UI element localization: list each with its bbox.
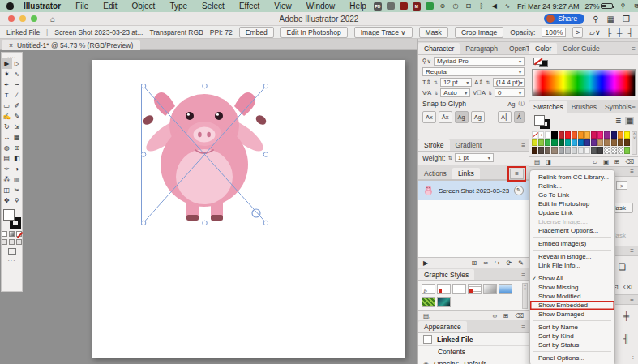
menu-type[interactable]: Type	[162, 2, 195, 11]
edit-toolbar-button[interactable]: ···	[2, 258, 22, 263]
swatch[interactable]	[624, 139, 630, 147]
green-app-icon[interactable]	[426, 2, 434, 10]
relink-cc-library-icon[interactable]: ⊞	[471, 259, 477, 267]
draw-behind-button[interactable]	[9, 239, 15, 245]
swatch[interactable]	[538, 147, 544, 154]
swatch[interactable]	[559, 139, 564, 147]
screen-mode-button[interactable]	[8, 248, 16, 255]
swatch[interactable]	[604, 139, 610, 147]
swatch[interactable]	[545, 139, 550, 147]
swatch[interactable]	[532, 131, 537, 139]
paintbrush-tool[interactable]: ✐	[12, 101, 23, 111]
page-icon[interactable]: ❏	[619, 263, 626, 272]
crop-image-button[interactable]: Crop Image	[455, 27, 503, 38]
new-color-group-icon[interactable]: ▣	[603, 158, 609, 165]
scrollbar[interactable]: ˄˅	[522, 283, 528, 309]
swatch[interactable]	[578, 139, 584, 147]
mesh-tool[interactable]: ▤	[2, 153, 12, 164]
wifi-icon[interactable]: ∿	[503, 2, 512, 11]
panel-menu-icon[interactable]: ≡	[521, 142, 525, 149]
style-lines-red[interactable]	[468, 284, 482, 294]
menu-item-sort-by-status[interactable]: Sort by Status	[530, 340, 614, 349]
menu-item-link-file-info[interactable]: Link File Info...	[530, 261, 614, 270]
swatch[interactable]	[618, 147, 623, 154]
tab-paragraph[interactable]: Paragraph	[460, 43, 503, 54]
column-graph-tool[interactable]: ▥	[12, 174, 23, 185]
menu-item-update-link[interactable]: Update Link	[530, 208, 614, 217]
zoom-window-button[interactable]	[31, 15, 37, 22]
break-link-style-icon[interactable]: ∞	[493, 312, 497, 319]
menu-item-go-to-link[interactable]: Go To Link	[530, 191, 614, 199]
shaper-tool[interactable]: ✍	[2, 111, 12, 122]
slice-tool[interactable]: ✂	[12, 185, 23, 195]
rectangle-tool[interactable]: ▭	[2, 101, 12, 111]
menu-illustrator[interactable]: Illustrator	[24, 2, 68, 11]
draw-inside-button[interactable]	[16, 239, 22, 245]
opacity-link[interactable]: Opacity:	[434, 360, 459, 364]
menu-effect[interactable]: Effect	[232, 2, 267, 11]
align-right-icon[interactable]: ╡	[628, 28, 633, 36]
fill-stroke-control[interactable]	[3, 209, 21, 229]
edit-original-icon[interactable]: ✎	[518, 259, 524, 267]
tab-color[interactable]: Color	[529, 43, 557, 54]
menu-item-license-image[interactable]: License Image....	[530, 217, 614, 226]
appearance-row-contents[interactable]: Contents	[418, 346, 529, 358]
weight-stepper[interactable]: ⇅	[448, 156, 452, 160]
snap-option-button[interactable]: Ag	[471, 111, 485, 123]
toolbar-grip[interactable]: ....	[2, 53, 22, 58]
menu-item-edit-in-photoshop[interactable]: Edit In Photoshop	[530, 199, 614, 208]
leading-select[interactable]: (14.4 pt)▾	[493, 78, 525, 87]
align-center-icon[interactable]: ╪	[617, 28, 622, 36]
gradient-tool[interactable]: ◧	[12, 153, 23, 164]
menu-object[interactable]: Object	[124, 2, 162, 11]
align-left-icon[interactable]: ╞	[606, 28, 611, 36]
selection-tool[interactable]: ▶	[2, 58, 12, 69]
appearance-row-opacity[interactable]: ◉ Opacity: Default	[418, 358, 529, 364]
delete-style-icon[interactable]: ⌫	[515, 312, 524, 319]
tracking-select[interactable]: 0▾	[495, 88, 525, 97]
close-tab-icon[interactable]: ×	[9, 41, 13, 49]
menu-item-reveal-in-bridge[interactable]: Reveal in Bridge...	[530, 252, 614, 261]
tab-symbols[interactable]: Symbols	[601, 101, 636, 113]
panel-menu-icon[interactable]: ≡	[630, 296, 634, 303]
eyedropper-tool[interactable]: ✑	[2, 164, 12, 174]
swatch[interactable]	[591, 139, 597, 147]
swatch[interactable]	[624, 131, 630, 139]
blend-tool[interactable]: ◑	[12, 164, 23, 174]
red-app-icon[interactable]	[400, 2, 408, 10]
menu-window[interactable]: Window	[299, 2, 343, 11]
panel-menu-icon[interactable]: ≡	[521, 323, 525, 331]
leading-stepper[interactable]: ⇅	[486, 81, 490, 84]
volume-icon[interactable]: ◀	[490, 2, 499, 11]
workspace-switcher-icon[interactable]: ▦	[607, 15, 614, 24]
menu-select[interactable]: Select	[195, 2, 232, 11]
menu-item-placement-options[interactable]: Placement Options...	[530, 226, 614, 235]
delete-swatch-icon[interactable]: ⌫	[625, 158, 634, 165]
swatch[interactable]	[618, 131, 623, 139]
style-green-texture[interactable]	[422, 297, 435, 307]
hand-tool[interactable]: ✥	[2, 195, 12, 206]
fill-chip[interactable]	[533, 58, 542, 65]
fill-color-swatch[interactable]	[3, 209, 15, 221]
symbol-sprayer-tool[interactable]: ⁂	[2, 174, 12, 185]
menu-item-show-embedded[interactable]: Show Embedded	[530, 301, 614, 310]
scale-tool[interactable]: ⇲	[12, 122, 23, 132]
menubar-clock[interactable]: Fri Mar 24 9:27 AM	[517, 2, 580, 11]
pencil-tool[interactable]: ✎	[12, 111, 23, 122]
menu-item-panel-options[interactable]: Panel Options...	[530, 353, 614, 362]
menu-view[interactable]: View	[267, 2, 299, 11]
menu-help[interactable]: Help	[342, 2, 374, 11]
fill-color-chip[interactable]	[534, 115, 545, 126]
weight-select[interactable]: 1 pt▾	[455, 153, 494, 162]
swatch-kinds-icon[interactable]: ▱	[593, 158, 597, 165]
tab-character[interactable]: Character	[418, 43, 460, 54]
swatch[interactable]	[532, 147, 537, 154]
swatch[interactable]	[597, 139, 603, 147]
opacity-expand-button[interactable]: >	[616, 181, 627, 190]
color-mode-button[interactable]	[2, 231, 7, 237]
relink-icon[interactable]: ∞	[483, 259, 488, 267]
menu-item-show-all[interactable]: ✓Show All	[530, 274, 614, 283]
perspective-grid-tool[interactable]: ⊞	[12, 143, 23, 153]
style-silver-gradient[interactable]	[483, 284, 497, 294]
close-window-button[interactable]	[8, 15, 15, 22]
